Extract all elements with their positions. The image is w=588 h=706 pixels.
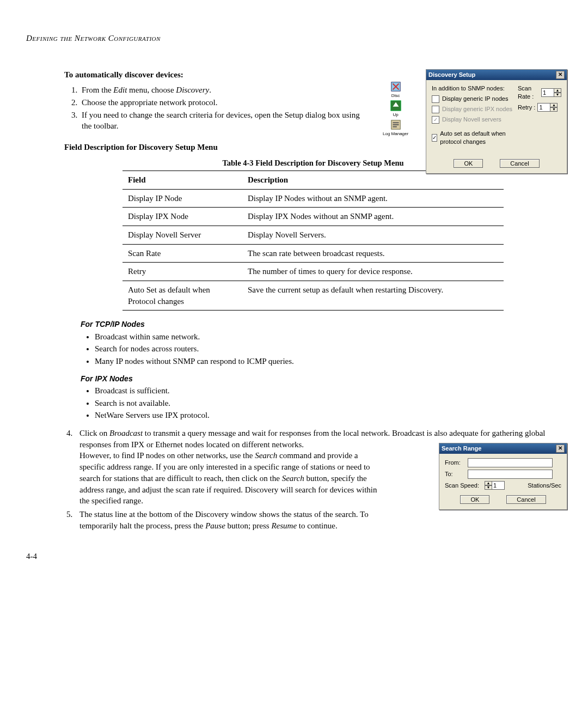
retry-input[interactable]: [537, 103, 550, 112]
th-field: Field: [122, 171, 242, 189]
search-range-title: Search Range: [442, 445, 481, 453]
list-item: Search is not available.: [95, 398, 562, 409]
checkbox-ipx: [432, 106, 439, 113]
list-item: Broadcast is sufficient.: [95, 385, 562, 397]
log-manager-icon[interactable]: Log Manager: [383, 119, 408, 137]
label-auto: Auto set as default when protocol change…: [440, 130, 518, 146]
table-row: Display IP NodeDisplay IP Nodes without …: [122, 189, 504, 208]
search-range-titlebar: Search Range ✕: [439, 443, 567, 454]
table-row: RetryThe number of times to query for de…: [122, 263, 504, 281]
svg-rect-4: [393, 124, 399, 125]
label-ip: Display generic IP nodes: [442, 95, 508, 103]
scan-rate-input[interactable]: [541, 88, 554, 97]
cancel-button[interactable]: Cancel: [500, 159, 539, 168]
close-icon[interactable]: ✕: [556, 445, 565, 453]
spin-down-icon[interactable]: ▼: [485, 485, 492, 490]
retry-label: Retry :: [518, 104, 535, 112]
scan-rate-label: Scan Rate :: [518, 84, 539, 101]
ok-button[interactable]: OK: [454, 159, 483, 168]
discovery-toolbar: Disc Up Log Manager: [383, 81, 408, 137]
heading-field-desc: Field Description for Discovery Setup Me…: [64, 142, 368, 153]
spin-up-icon[interactable]: ▲: [485, 481, 492, 485]
disc-icon[interactable]: Disc: [383, 81, 408, 99]
search-range-dialog: Search Range ✕ From: To: Scan Speed: ▲▼: [439, 443, 567, 510]
scan-rate-spinner[interactable]: ▲▼: [541, 88, 561, 97]
scan-unit: Stations/Sec: [528, 482, 561, 490]
list-item: Search for nodes across routers.: [95, 343, 562, 355]
discovery-titlebar: Discovery Setup ✕: [426, 70, 567, 80]
scan-speed-spinner[interactable]: ▲▼: [485, 481, 505, 490]
running-head: Defining the Network Configuration: [26, 33, 562, 44]
table-row: Auto Set as default when Protocol change…: [122, 281, 504, 310]
tcpip-list: Broadcast within same network.Search for…: [64, 331, 562, 367]
tcpip-heading: For TCP/IP Nodes: [81, 319, 562, 330]
step-3: If you need to change the search criteri…: [79, 109, 368, 132]
spin-up-icon[interactable]: ▲: [550, 103, 558, 107]
checkbox-auto[interactable]: ✓: [432, 134, 437, 142]
label-novell: Display Novell servers: [442, 115, 501, 124]
close-icon[interactable]: ✕: [556, 71, 565, 79]
retry-spinner[interactable]: ▲▼: [537, 103, 558, 112]
list-item: Broadcast within same network.: [95, 331, 562, 343]
discovery-setup-dialog: Disc Up Log Manager Discovery Setup ✕ In…: [426, 69, 567, 174]
ok-button[interactable]: OK: [460, 495, 489, 504]
svg-rect-5: [393, 126, 396, 127]
svg-rect-3: [393, 122, 399, 123]
table-row: Display IPX NodeDisplay IPX Nodes withou…: [122, 208, 504, 226]
table-row: Scan RateThe scan rate between broadcast…: [122, 244, 504, 263]
steps-1-3: From the Edit menu, choose Discovery. Ch…: [64, 84, 368, 132]
spin-down-icon[interactable]: ▼: [550, 107, 558, 112]
cancel-button[interactable]: Cancel: [506, 495, 546, 504]
heading-auto-discover: To automatically discover devices:: [64, 69, 368, 81]
checkbox-ip[interactable]: [432, 95, 439, 103]
spin-up-icon[interactable]: ▲: [554, 88, 561, 93]
step-5: 5. The status line at the bottom of the …: [79, 509, 562, 531]
up-icon[interactable]: Up: [383, 100, 408, 118]
step-2: Choose the appropriate network protocol.: [79, 97, 368, 108]
spin-down-icon[interactable]: ▼: [554, 93, 561, 97]
from-label: From:: [445, 459, 464, 467]
from-input[interactable]: [468, 458, 553, 467]
scan-speed-input[interactable]: [492, 481, 505, 490]
list-item: NetWare Servers use IPX protocol.: [95, 410, 562, 421]
snmp-intro: In addition to SNMP nodes:: [432, 84, 518, 93]
table-row: Display Novell ServerDisplay Novell Serv…: [122, 226, 504, 244]
checkbox-novell: ✓: [432, 116, 439, 124]
to-input[interactable]: [468, 470, 553, 479]
to-label: To:: [445, 470, 464, 478]
field-description-table: Field Description Display IP NodeDisplay…: [122, 171, 504, 311]
ipx-list: Broadcast is sufficient.Search is not av…: [64, 385, 562, 421]
page-number: 4-4: [26, 551, 562, 562]
ipx-heading: For IPX Nodes: [81, 374, 562, 384]
discovery-title: Discovery Setup: [428, 71, 475, 79]
scan-speed-label: Scan Speed:: [445, 482, 479, 490]
list-item: Many IP nodes without SNMP can respond t…: [95, 356, 562, 367]
step-1: From the Edit menu, choose Discovery.: [79, 84, 368, 96]
label-ipx: Display generic IPX nodes: [442, 105, 512, 113]
